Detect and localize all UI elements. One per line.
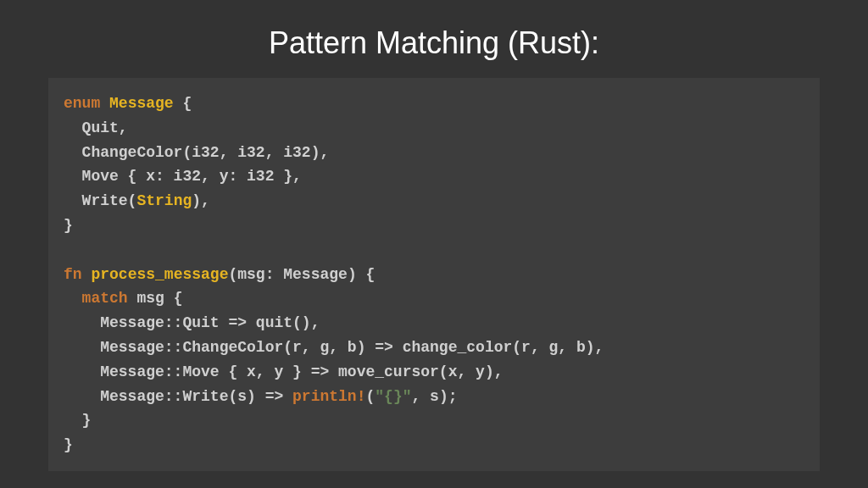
fn-name: process_message — [91, 266, 228, 283]
arm-write-paren: ( — [365, 388, 375, 405]
variant-move: Move { x: i32, y: i32 }, — [64, 168, 302, 185]
enum-name: Message — [109, 95, 174, 112]
arm-write-pre: Message::Write(s) => — [64, 388, 292, 405]
match-expr: msg { — [128, 290, 183, 307]
arm-quit: Message::Quit => quit(), — [64, 314, 320, 331]
variant-write-pre: Write( — [64, 192, 136, 209]
arm-move: Message::Move { x, y } => move_cursor(x,… — [64, 363, 503, 380]
enum-open-brace: { — [174, 95, 192, 112]
println-macro: println! — [292, 388, 365, 405]
variant-changecolor: ChangeColor(i32, i32, i32), — [64, 144, 329, 161]
match-close-brace: } — [64, 412, 91, 429]
string-type: String — [136, 192, 192, 209]
fn-keyword: fn — [64, 266, 82, 283]
slide-title: Pattern Matching (Rust): — [269, 25, 599, 61]
variant-write-post: ), — [192, 192, 210, 209]
enum-close-brace: } — [64, 217, 73, 234]
format-string: "{}" — [375, 388, 411, 405]
match-keyword: match — [82, 290, 128, 307]
code-block: enum Message { Quit, ChangeColor(i32, i3… — [48, 78, 820, 471]
arm-write-post: , s); — [412, 388, 458, 405]
fn-signature: (msg: Message) { — [228, 266, 375, 283]
fn-close-brace: } — [64, 436, 73, 453]
enum-keyword: enum — [64, 95, 100, 112]
arm-changecolor: Message::ChangeColor(r, g, b) => change_… — [64, 339, 604, 356]
match-indent — [64, 290, 82, 307]
variant-quit: Quit, — [64, 119, 128, 136]
